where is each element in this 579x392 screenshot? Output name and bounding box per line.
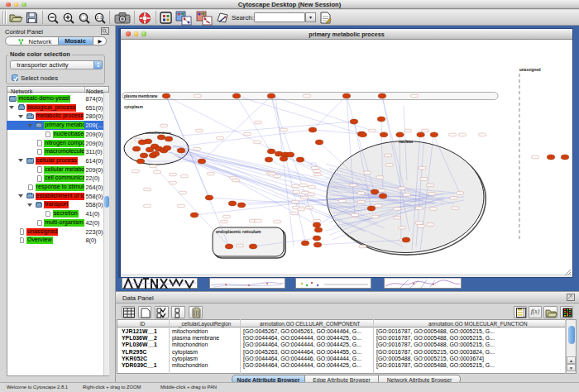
svg-text:1:1: 1:1	[97, 15, 103, 20]
svg-text:cytoplasm: cytoplasm	[124, 105, 143, 109]
svg-text:unassigned: unassigned	[519, 68, 541, 72]
svg-text:nucleus: nucleus	[399, 140, 414, 144]
svg-text:mitochondrion: mitochondrion	[146, 131, 171, 135]
svg-text:plasma membrane: plasma membrane	[124, 94, 158, 98]
